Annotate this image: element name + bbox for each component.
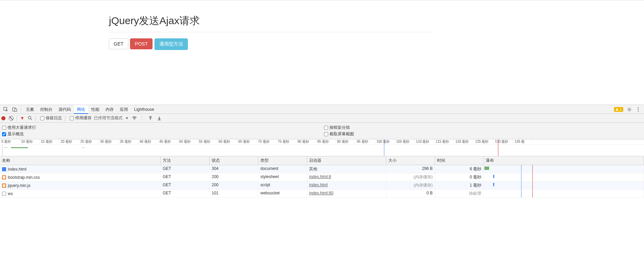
request-size: (内存缓存) <box>386 173 435 181</box>
timeline-overview[interactable]: 5 毫秒10 毫秒15 毫秒20 毫秒25 毫秒30 毫秒35 毫秒40 毫秒4… <box>0 139 644 156</box>
separator <box>21 107 21 112</box>
load-marker <box>532 181 533 189</box>
disable-cache-checkbox[interactable]: 停用缓存 <box>70 115 92 121</box>
record-button[interactable] <box>1 116 5 120</box>
export-har-icon[interactable] <box>157 116 161 120</box>
post-button[interactable]: POST <box>130 38 152 49</box>
request-type: websocket <box>258 190 307 197</box>
col-waterfall[interactable]: 瀑布 <box>484 156 644 165</box>
request-time: 6 毫秒 <box>435 165 484 173</box>
table-row[interactable]: jquery.min.jsGET200scriptindex.html(内存缓存… <box>0 181 644 190</box>
col-method[interactable]: 方法 <box>161 156 210 165</box>
more-icon[interactable] <box>635 107 641 112</box>
request-time: 1 毫秒 <box>435 181 484 189</box>
device-toggle-icon[interactable] <box>12 107 17 112</box>
separator <box>17 116 17 121</box>
timeline-tick: 75 毫秒 <box>276 139 296 144</box>
timeline-tick: 55 毫秒 <box>197 139 217 144</box>
network-conditions-icon[interactable] <box>132 116 137 120</box>
inspect-element-icon[interactable] <box>3 107 9 112</box>
request-initiator: index.html:8 <box>307 173 386 181</box>
dcl-marker <box>521 173 521 181</box>
svg-point-4 <box>638 107 639 108</box>
tab-memory[interactable]: 内存 <box>102 105 117 114</box>
tab-application[interactable]: 应用 <box>117 105 131 114</box>
request-status: 200 <box>210 173 258 181</box>
timeline-tick: 45 毫秒 <box>158 139 178 144</box>
request-time: 待处理 <box>435 190 484 197</box>
request-initiator: 其他 <box>307 165 386 173</box>
request-name: index.html <box>8 167 27 172</box>
file-icon <box>2 167 6 171</box>
load-marker <box>532 173 533 181</box>
request-status: 101 <box>210 190 258 197</box>
col-time[interactable]: 时间 <box>435 156 484 165</box>
network-options: 使用大量请求行 显示概览 按框架分组 截取屏幕截图 <box>0 123 644 139</box>
col-type[interactable]: 类型 <box>258 156 307 165</box>
load-event-line <box>498 139 498 156</box>
initiator-link[interactable]: index.html:80 <box>309 191 333 195</box>
filter-icon[interactable]: ▼ <box>20 116 25 121</box>
clear-button[interactable] <box>9 116 14 121</box>
timeline-tick: 50 毫秒 <box>178 139 197 144</box>
svg-line-8 <box>31 119 32 120</box>
tab-console[interactable]: 控制台 <box>37 105 55 114</box>
initiator-link[interactable]: index.html <box>309 183 328 187</box>
dcl-marker <box>521 190 521 197</box>
file-icon <box>2 192 6 196</box>
network-requests-table: 名称 方法 状态 类型 启动器 大小 时间 瀑布 index.htmlGET30… <box>0 156 644 234</box>
request-method: GET <box>161 173 210 181</box>
throttling-label[interactable]: 已停用节流模式 <box>94 115 123 121</box>
preserve-log-checkbox[interactable]: 保留日志 <box>40 115 62 121</box>
timeline-tick: 80 毫秒 <box>296 139 316 144</box>
timeline-tick: 135 毫 <box>513 139 533 144</box>
col-size[interactable]: 大小 <box>386 156 435 165</box>
timeline-tick: 15 毫秒 <box>39 139 59 144</box>
timeline-tick: 90 毫秒 <box>336 139 355 144</box>
request-size: (内存缓存) <box>386 181 435 189</box>
svg-point-7 <box>28 116 31 119</box>
generic-method-button[interactable]: 通用型方法 <box>155 38 188 50</box>
request-method: GET <box>161 181 210 189</box>
get-button[interactable]: GET <box>109 38 128 49</box>
screenshots-checkbox[interactable]: 截取屏幕截图 <box>324 131 642 137</box>
initiator-link[interactable]: index.html:8 <box>309 174 331 179</box>
throttling-dropdown-icon[interactable]: ▼ <box>125 116 129 120</box>
large-rows-checkbox[interactable]: 使用大量请求行 <box>2 125 320 131</box>
request-type: stylesheet <box>258 173 307 181</box>
request-name: bootstrap.min.css <box>8 175 40 180</box>
settings-icon[interactable] <box>627 107 632 112</box>
dcl-marker <box>521 165 521 173</box>
table-row[interactable]: index.htmlGET304document其他296 B6 毫秒 <box>0 165 644 173</box>
request-waterfall <box>484 173 644 181</box>
group-by-frame-checkbox[interactable]: 按框架分组 <box>324 125 642 131</box>
timeline-tick: 120 毫秒 <box>454 139 474 144</box>
tab-performance[interactable]: 性能 <box>88 105 102 114</box>
separator <box>35 116 36 121</box>
timeline-tick: 10 毫秒 <box>20 139 39 144</box>
search-icon[interactable] <box>28 116 32 120</box>
svg-point-6 <box>638 110 639 111</box>
show-overview-checkbox[interactable]: 显示概览 <box>2 131 320 137</box>
request-type: script <box>258 181 307 189</box>
timeline-cursor <box>2 145 2 156</box>
warning-badge[interactable]: 1 <box>614 107 623 112</box>
table-row[interactable]: wsGET101websocketindex.html:800 B待处理 <box>0 190 644 198</box>
timeline-tick: 110 毫秒 <box>415 139 434 144</box>
timeline-tick: 25 毫秒 <box>79 139 99 144</box>
load-marker <box>532 165 533 173</box>
tab-elements[interactable]: 元素 <box>23 105 37 114</box>
col-name[interactable]: 名称 <box>0 156 161 165</box>
request-name: jquery.min.js <box>8 183 30 188</box>
timeline-tick: 40 毫秒 <box>138 139 158 144</box>
tab-network[interactable]: 网络 <box>74 105 88 114</box>
waterfall-bar <box>493 183 494 186</box>
timeline-bar <box>11 147 28 148</box>
table-row[interactable]: bootstrap.min.cssGET200stylesheetindex.h… <box>0 173 644 181</box>
tab-lighthouse[interactable]: Lighthouse <box>131 105 157 114</box>
col-status[interactable]: 状态 <box>210 156 258 165</box>
col-initiator[interactable]: 启动器 <box>307 156 386 165</box>
tab-sources[interactable]: 源代码 <box>55 105 74 114</box>
import-har-icon[interactable] <box>148 116 152 120</box>
devtools-panel: 元素 控制台 源代码 网络 性能 内存 应用 Lighthouse 1 ▼ 保留… <box>0 105 644 234</box>
